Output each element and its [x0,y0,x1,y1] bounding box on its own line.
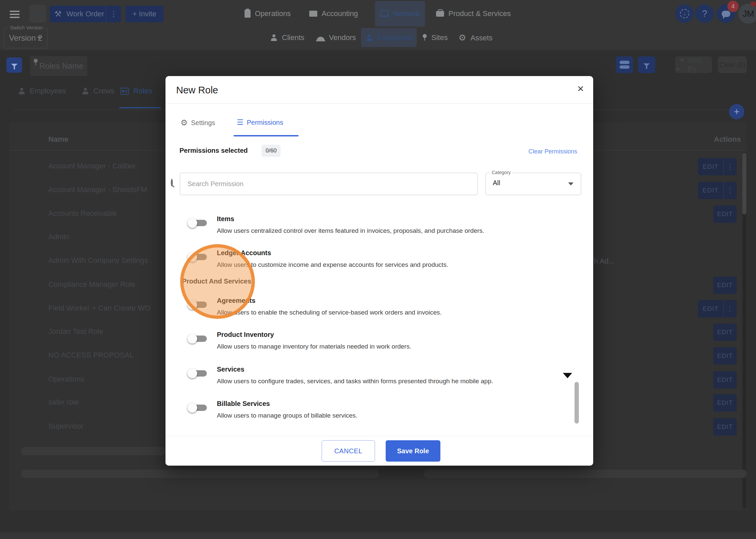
nav-accounting[interactable]: Accounting [309,9,358,18]
clear-permissions-link[interactable]: Clear Permissions [528,148,577,155]
pinned-filter-chip[interactable]: Roles Name [30,56,87,76]
tab-permissions[interactable]: ☰ Permissions [237,118,283,127]
role-badge-icon [120,88,129,95]
layout-toggle-button[interactable] [616,56,633,73]
add-filter-button[interactable] [638,56,655,73]
funnel-plus-icon [643,63,650,66]
dialog-title: New Role [176,85,218,96]
subnav-clients[interactable]: Clients [270,33,304,42]
column-header-name[interactable]: Name [48,135,68,144]
permission-toggle[interactable] [191,254,207,260]
tab-employees[interactable]: Employees [18,87,66,95]
modal-scrollbar-thumb[interactable] [575,382,579,424]
work-order-button[interactable]: ⚒ Work Order ⋮ [50,6,121,22]
tab-roles[interactable]: Roles [120,87,152,95]
permissions-selected-label: Permissions selected [179,147,248,154]
nav-network[interactable]: Network [380,9,420,18]
category-select[interactable]: Category All [485,173,581,195]
subnav-sites[interactable]: Sites [422,33,448,42]
cancel-button[interactable]: CANCEL [322,440,375,462]
more-actions-icon[interactable]: ⋮ [723,300,737,318]
menu-icon[interactable] [10,9,20,20]
table-row[interactable]: safer role [48,398,79,407]
sync-icon: ↓ [680,9,689,18]
more-actions-icon[interactable]: ⋮ [723,182,737,199]
notification-dot [751,1,756,7]
table-row[interactable]: Admin With Company Settings [48,256,148,265]
logo-text: UtilizeCore [31,12,44,15]
edit-button[interactable]: EDIT [713,347,737,365]
tab-settings[interactable]: ⚙ Settings [180,118,215,127]
edit-button[interactable]: EDIT [713,394,737,412]
table-row[interactable]: Admin [48,232,69,241]
scroll-down-arrow-icon[interactable] [563,373,572,378]
subnav-employees[interactable]: Employees [366,33,414,42]
table-row[interactable]: Accounts Receivable [48,209,117,218]
table-scrollbar-thumb[interactable] [742,153,746,214]
edit-button[interactable]: EDIT [713,371,737,389]
tools-icon: ⚒ [54,9,62,19]
edit-button-split[interactable]: EDIT⋮ [698,182,737,199]
edit-button[interactable]: EDIT [713,205,737,223]
hard-hat-icon [317,37,325,41]
permissions-tab-underline [234,135,299,136]
avatar[interactable]: JM [738,4,756,24]
table-row[interactable]: Field Worker + Can Create WO [48,304,150,313]
nav-products-services[interactable]: Product & Services [436,8,511,18]
skeleton-bar [424,470,747,478]
clipboard-icon [245,10,251,18]
table-row[interactable]: Supervisor [48,422,83,431]
permission-toggle[interactable] [191,370,207,377]
permission-toggle[interactable] [191,220,207,226]
work-order-menu-dots-icon[interactable]: ⋮ [106,6,121,22]
more-actions-icon[interactable]: ⋮ [723,158,737,175]
rows-icon [620,61,630,69]
question-icon: ? [702,8,707,19]
table-row[interactable]: Account Manager - ShieldsFM [48,185,147,194]
edit-button[interactable]: EDIT [713,418,737,436]
client-icon [270,34,278,41]
column-header-actions: Actions [714,135,741,144]
active-tab-underline [119,107,161,108]
nav-operations[interactable]: Operations [245,9,291,18]
table-row[interactable]: Operations [48,375,84,384]
edit-button-split[interactable]: EDIT⋮ [698,300,737,318]
search-icon [171,179,173,186]
permission-toggle[interactable] [191,336,207,342]
chat-badge: 4 [727,1,739,12]
version-switcher[interactable]: Switch Version Version 2 [4,28,47,48]
work-order-label: Work Order [65,10,106,18]
permissions-count-badge: 0/60 [262,145,281,157]
invite-button[interactable]: + Invite [125,6,163,22]
group-icon [82,87,89,95]
updates-button[interactable]: ↓ [675,4,694,23]
add-role-button[interactable]: + [729,104,744,119]
subnav-vendors[interactable]: Vendors [317,33,356,42]
edit-button[interactable]: EDIT [713,277,737,294]
table-row[interactable]: Account Manager - Caliber [48,162,136,170]
subnav-assets[interactable]: ⚙ Assets [458,33,492,43]
screen: UtilizeCore ⚒ Work Order ⋮ + Invite Oper… [0,0,756,539]
table-row[interactable]: Jordan Test Role [48,327,103,336]
table-row[interactable]: Compliance Manager Role [48,280,135,289]
app-logo[interactable]: UtilizeCore [29,5,46,23]
help-button[interactable]: ? [695,4,714,23]
search-permission-field[interactable] [180,173,478,195]
section-header: Product And Services [182,278,251,285]
briefcase-icon [436,11,444,17]
save-role-button[interactable]: Save Role [386,440,440,462]
chat-icon [722,11,730,17]
tab-crews[interactable]: Crews [82,87,114,95]
table-row[interactable]: NO ACCESS PROPOSAL [48,351,134,360]
dialog-footer: CANCEL Save Role [165,436,593,466]
funnel-icon [11,64,18,67]
edit-button[interactable]: EDIT [713,324,737,341]
permission-toggle[interactable] [191,302,207,308]
permission-toggle[interactable] [191,405,207,411]
close-icon[interactable]: × [577,82,584,95]
clear-filters-button[interactable]: Clear (0) [718,56,747,73]
edit-button-split[interactable]: EDIT⋮ [698,158,737,175]
filter-button[interactable] [6,57,22,73]
search-input[interactable] [180,173,477,195]
sort-by-button[interactable]: Sort By [675,56,712,73]
